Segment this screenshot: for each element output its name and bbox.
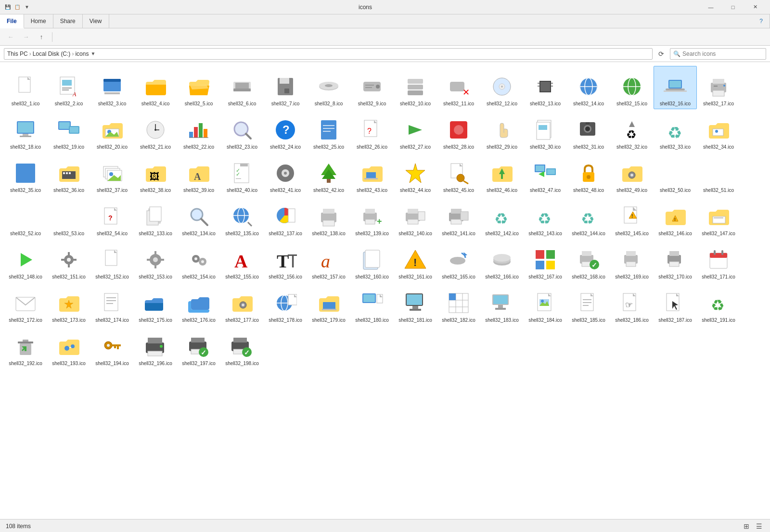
- list-item[interactable]: shell32_14.ico: [567, 66, 610, 109]
- list-item[interactable]: ✕shell32_11.ico: [437, 66, 480, 109]
- list-item[interactable]: shell32_28.ico: [437, 109, 480, 152]
- list-item[interactable]: shell32_177.ico: [220, 282, 264, 326]
- list-item[interactable]: shell32_19.ico: [47, 109, 90, 152]
- list-item[interactable]: shell32_138.ico: [307, 196, 350, 239]
- list-item[interactable]: shell32_182.ico: [437, 282, 480, 326]
- tab-view[interactable]: View: [83, 14, 109, 28]
- search-input[interactable]: [682, 51, 763, 57]
- list-item[interactable]: shell32_194.ico: [90, 326, 134, 369]
- list-item[interactable]: shell32_6.ico: [220, 66, 264, 109]
- list-item[interactable]: shell32_135.ico: [220, 196, 264, 239]
- list-item[interactable]: shell32_140.ico: [394, 196, 437, 239]
- list-item[interactable]: ?shell32_24.ico: [264, 109, 307, 152]
- list-item[interactable]: shell32_172.ico: [4, 282, 47, 326]
- list-item[interactable]: shell32_148.ico: [4, 239, 47, 282]
- list-item[interactable]: shell32_166.ico: [480, 239, 524, 282]
- list-item[interactable]: shell32_179.ico: [307, 282, 350, 326]
- list-item[interactable]: shell32_1.ico: [4, 66, 47, 109]
- list-item[interactable]: shell32_160.ico: [350, 239, 394, 282]
- list-item[interactable]: shell32_9.ico: [350, 66, 394, 109]
- list-item[interactable]: 🖼shell32_38.ico: [134, 152, 177, 196]
- list-item[interactable]: shell32_47.ico: [524, 152, 567, 196]
- list-item[interactable]: Ashell32_39.ico: [177, 152, 220, 196]
- list-item[interactable]: !shell32_161.ico: [394, 239, 437, 282]
- list-item[interactable]: shell32_187.ico: [654, 282, 697, 326]
- breadcrumb-icons[interactable]: icons: [75, 51, 89, 57]
- properties-icon[interactable]: 📋: [13, 3, 21, 11]
- refresh-button[interactable]: ⟳: [655, 49, 667, 59]
- large-icons-view-button[interactable]: ⊞: [742, 521, 751, 531]
- list-item[interactable]: shell32_36.ico: [47, 152, 90, 196]
- close-button[interactable]: ✕: [744, 0, 766, 14]
- list-item[interactable]: shell32_167.ico: [524, 239, 567, 282]
- list-item[interactable]: ?shell32_26.ico: [350, 109, 394, 152]
- list-item[interactable]: shell32_147.ico: [697, 196, 740, 239]
- list-item[interactable]: shell32_153.ico: [134, 239, 177, 282]
- list-item[interactable]: shell32_50.ico: [654, 152, 697, 196]
- list-item[interactable]: shell32_183.ico: [480, 282, 524, 326]
- list-item[interactable]: shell32_12.ico: [480, 66, 524, 109]
- list-item[interactable]: shell32_5.ico: [177, 66, 220, 109]
- list-item[interactable]: shell32_137.ico: [264, 196, 307, 239]
- list-item[interactable]: shell32_34.ico: [697, 109, 740, 152]
- list-item[interactable]: shell32_21.ico: [134, 109, 177, 152]
- list-item[interactable]: shell32_51.ico: [697, 152, 740, 196]
- list-item[interactable]: ♻shell32_33.ico: [654, 109, 697, 152]
- list-item[interactable]: ♻shell32_142.ico: [480, 196, 524, 239]
- list-item[interactable]: ♻shell32_191.ico: [697, 282, 740, 326]
- breadcrumb-localdisk[interactable]: Local Disk (C:): [33, 51, 71, 57]
- minimize-button[interactable]: —: [700, 0, 722, 14]
- address-dropdown-icon[interactable]: ▼: [90, 51, 95, 56]
- maximize-button[interactable]: □: [722, 0, 744, 14]
- list-item[interactable]: shell32_23.ico: [220, 109, 264, 152]
- tab-file[interactable]: File: [0, 14, 24, 28]
- list-item[interactable]: shell32_134.ico: [177, 196, 220, 239]
- list-item[interactable]: shell32_4.ico: [134, 66, 177, 109]
- list-item[interactable]: shell32_173.ico: [47, 282, 90, 326]
- list-item[interactable]: shell32_18.ico: [4, 109, 47, 152]
- list-item[interactable]: shell32_20.ico: [90, 109, 134, 152]
- list-item[interactable]: ashell32_157.ico: [307, 239, 350, 282]
- list-item[interactable]: ?shell32_54.ico: [90, 196, 134, 239]
- list-item[interactable]: shell32_8.ico: [307, 66, 350, 109]
- list-item[interactable]: ☞shell32_186.ico: [610, 282, 654, 326]
- list-item[interactable]: shell32_174.ico: [90, 282, 134, 326]
- list-item[interactable]: shell32_42.ico: [307, 152, 350, 196]
- list-item[interactable]: shell32_181.ico: [394, 282, 437, 326]
- list-item[interactable]: shell32_196.ico: [134, 326, 177, 369]
- list-item[interactable]: shell32_13.ico: [524, 66, 567, 109]
- list-item[interactable]: shell32_180.ico: [350, 282, 394, 326]
- list-item[interactable]: shell32_41.ico: [264, 152, 307, 196]
- list-item[interactable]: shell32_169.ico: [610, 239, 654, 282]
- list-item[interactable]: shell32_184.ico: [524, 282, 567, 326]
- list-item[interactable]: shell32_185.ico: [567, 282, 610, 326]
- list-item[interactable]: shell32_3.ico: [90, 66, 134, 109]
- search-box[interactable]: 🔍: [670, 48, 766, 60]
- list-item[interactable]: shell32_151.ico: [47, 239, 90, 282]
- list-item[interactable]: shell32_16.ico: [654, 66, 697, 109]
- breadcrumb-thispc[interactable]: This PC: [7, 51, 28, 57]
- list-item[interactable]: !shell32_146.ico: [654, 196, 697, 239]
- list-item[interactable]: shell32_165.ico: [437, 239, 480, 282]
- list-item[interactable]: shell32_45.ico: [437, 152, 480, 196]
- list-item[interactable]: shell32_7.ico: [264, 66, 307, 109]
- list-item[interactable]: shell32_175.ico: [134, 282, 177, 326]
- list-item[interactable]: shell32_192.ico: [4, 326, 47, 369]
- help-button[interactable]: ?: [753, 14, 770, 28]
- list-item[interactable]: shell32_176.ico: [177, 282, 220, 326]
- up-button[interactable]: ↑: [35, 31, 48, 43]
- forward-button[interactable]: →: [19, 31, 33, 43]
- save-icon[interactable]: 💾: [4, 3, 12, 11]
- list-item[interactable]: shell32_10.ico: [394, 66, 437, 109]
- list-item[interactable]: shell32_178.ico: [264, 282, 307, 326]
- list-item[interactable]: shell32_35.ico: [4, 152, 47, 196]
- list-item[interactable]: shell32_30.ico: [524, 109, 567, 152]
- address-path[interactable]: This PC › Local Disk (C:) › icons ▼: [4, 48, 653, 60]
- list-item[interactable]: Ashell32_2.ico: [47, 66, 90, 109]
- list-item[interactable]: shell32_49.ico: [610, 152, 654, 196]
- tab-home[interactable]: Home: [24, 14, 53, 28]
- list-item[interactable]: shell32_52.ico: [4, 196, 47, 239]
- list-item[interactable]: Ashell32_155.ico: [220, 239, 264, 282]
- list-item[interactable]: shell32_171.ico: [697, 239, 740, 282]
- list-item[interactable]: TTshell32_156.ico: [264, 239, 307, 282]
